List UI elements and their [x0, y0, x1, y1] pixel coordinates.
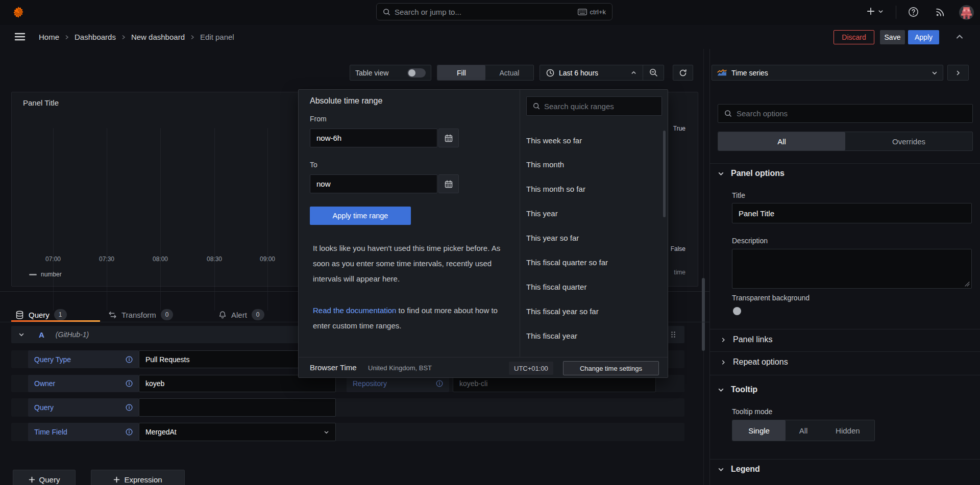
add-new-button[interactable] [866, 7, 884, 16]
x-axis-tick: 07:30 [95, 256, 118, 263]
visualization-select[interactable]: Time series [712, 65, 943, 81]
refresh-icon [679, 69, 687, 77]
quick-range-option[interactable]: This month [526, 160, 564, 169]
tab-query[interactable]: Query 1 [15, 309, 67, 320]
quick-range-option[interactable]: This fiscal quarter so far [526, 258, 608, 267]
quick-range-option[interactable]: This fiscal quarter [526, 283, 586, 291]
grafana-edit-panel: Search or jump to... ctrl+k [0, 0, 980, 485]
timezone-label: United Kingdom, BST [368, 364, 432, 372]
info-icon[interactable] [126, 356, 133, 363]
query-ref-id[interactable]: A [39, 330, 44, 339]
query-input[interactable] [139, 398, 336, 417]
apply-time-range-button[interactable]: Apply time range [310, 207, 411, 225]
table-view-control: Table view [350, 65, 431, 81]
info-icon[interactable] [126, 404, 133, 411]
menu-hamburger-icon[interactable] [14, 32, 26, 42]
time-field-select[interactable]: MergedAt [139, 423, 336, 441]
description-textarea[interactable] [732, 249, 972, 289]
to-calendar-button[interactable] [438, 174, 459, 193]
help-icon[interactable] [908, 7, 919, 17]
gridline [160, 128, 161, 311]
tab-overrides[interactable]: Overrides [845, 132, 972, 150]
panel-links-title: Panel links [733, 335, 772, 344]
quick-range-option[interactable]: This year so far [526, 234, 579, 242]
tooltip-mode-hidden[interactable]: Hidden [821, 420, 874, 441]
panel-title-input[interactable]: Panel Title [732, 203, 972, 223]
scrollbar-thumb[interactable] [702, 278, 705, 351]
scrollbar-track [703, 49, 704, 485]
search-options-input[interactable]: Search options [718, 104, 973, 123]
table-view-toggle[interactable] [407, 68, 426, 78]
info-icon[interactable] [126, 428, 133, 436]
tooltip-mode-all[interactable]: All [786, 420, 821, 441]
quick-ranges-scrollbar[interactable] [663, 131, 666, 217]
from-input[interactable]: now-6h [310, 129, 437, 147]
zoom-out-time-button[interactable] [643, 65, 664, 80]
collapse-chevron-icon[interactable] [18, 331, 24, 338]
gridline [53, 128, 54, 311]
global-search-input[interactable]: Search or jump to... ctrl+k [376, 3, 612, 20]
quick-range-option[interactable]: This month so far [526, 185, 585, 193]
plus-icon [113, 476, 120, 483]
query-datasource: (GitHub-1) [56, 330, 89, 339]
quick-ranges-search-input[interactable]: Search quick ranges [526, 96, 662, 116]
timepicker-heading: Absolute time range [310, 96, 382, 106]
collapse-chevron-up-icon[interactable] [955, 33, 964, 40]
field-label-owner: Owner [28, 375, 139, 392]
zoom-out-icon [649, 68, 658, 77]
refresh-button[interactable] [673, 65, 693, 81]
change-time-settings-button[interactable]: Change time settings [563, 361, 659, 375]
fill-option[interactable]: Fill [437, 65, 485, 80]
panel-links-section-header[interactable]: Panel links [721, 335, 772, 344]
breadcrumb-dashboards[interactable]: Dashboards [75, 33, 116, 41]
add-expression-button[interactable]: Expression [91, 470, 185, 485]
search-icon [383, 8, 390, 16]
discard-button[interactable]: Discard [834, 30, 874, 44]
tooltip-mode-single[interactable]: Single [732, 420, 786, 441]
section-divider [710, 329, 980, 329]
tooltip-section-header[interactable]: Tooltip [718, 385, 757, 394]
documentation-link[interactable]: Read the documentation [313, 306, 396, 315]
tab-all[interactable]: All [718, 132, 845, 150]
breadcrumb-new-dashboard[interactable]: New dashboard [131, 33, 185, 41]
legend-item[interactable]: number [29, 271, 62, 278]
apply-button[interactable]: Apply [908, 30, 939, 44]
tab-alert[interactable]: Alert 0 [218, 309, 264, 320]
add-query-button[interactable]: Query [13, 470, 76, 485]
resize-handle-icon[interactable] [965, 282, 970, 287]
timepicker-divider [520, 90, 520, 357]
gridline [107, 128, 107, 311]
legend-label: number [41, 271, 62, 278]
from-calendar-button[interactable] [438, 129, 459, 147]
quick-range-option[interactable]: This fiscal year so far [526, 307, 599, 316]
field-label-text: Query [34, 403, 54, 412]
quick-range-option[interactable]: This year [526, 209, 558, 218]
to-input[interactable]: now [310, 174, 437, 193]
time-range-picker-button[interactable]: Last 6 hours [540, 69, 643, 77]
info-icon[interactable] [126, 380, 133, 387]
to-label: To [310, 161, 317, 169]
panel-options-section-header[interactable]: Panel options [718, 169, 785, 178]
user-avatar[interactable] [959, 5, 974, 20]
x-axis-tick: 09:00 [256, 256, 279, 263]
save-button[interactable]: Save [880, 30, 905, 44]
calendar-icon [445, 134, 453, 142]
shortcut-hint: ctrl+k [578, 8, 606, 16]
repeat-options-section-header[interactable]: Repeat options [721, 358, 788, 367]
tooltip-mode-label: Tooltip mode [732, 407, 772, 416]
field-label-text: Time Field [34, 428, 67, 436]
legend-section-header[interactable]: Legend [718, 465, 760, 474]
quick-range-option[interactable]: This week so far [526, 136, 582, 145]
drag-handle-icon[interactable] [670, 331, 676, 338]
quick-range-option[interactable]: This fiscal year [526, 331, 577, 340]
legend-swatch [29, 274, 37, 275]
collapse-options-pane-button[interactable] [947, 65, 969, 81]
grafana-logo-icon[interactable] [11, 5, 26, 19]
info-icon[interactable] [436, 380, 443, 387]
chevron-right-icon [190, 35, 195, 40]
breadcrumb-home[interactable]: Home [39, 33, 59, 41]
actual-option[interactable]: Actual [485, 65, 533, 80]
news-rss-icon[interactable] [935, 7, 946, 17]
chevron-up-icon [631, 70, 636, 75]
tab-transform[interactable]: Transform 0 [108, 309, 173, 320]
